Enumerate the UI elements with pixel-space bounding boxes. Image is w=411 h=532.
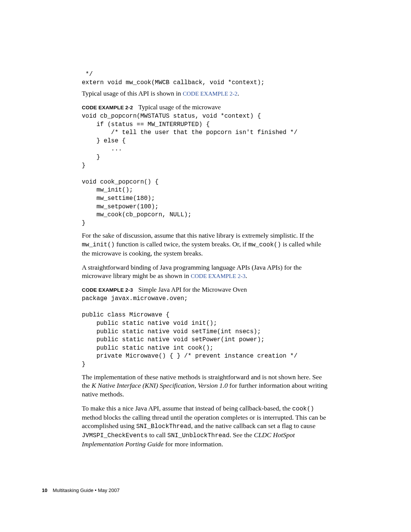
text: . bbox=[245, 272, 247, 280]
paragraph-implementation: The implementation of these native metho… bbox=[82, 373, 329, 399]
footer-title: Multitasking Guide • May 2007 bbox=[53, 487, 119, 493]
page-footer: 10Multitasking Guide • May 2007 bbox=[42, 487, 119, 493]
text: to call bbox=[148, 431, 167, 439]
code-example-2-3-header: CODE EXAMPLE 2-3Simple Java API for the … bbox=[82, 286, 329, 294]
text: , and the native callback can set a flag… bbox=[191, 422, 315, 430]
text: . See the bbox=[229, 431, 254, 439]
link-code-example-2-3[interactable]: CODE EXAMPLE 2-3 bbox=[191, 273, 245, 279]
paragraph-binding: A straightforward binding of Java progra… bbox=[82, 263, 329, 281]
inline-code-sni-block: SNI_BlockThread bbox=[136, 423, 191, 430]
page-content: */ extern void mw_cook(MWCB callback, vo… bbox=[82, 70, 329, 454]
code-block-top: */ extern void mw_cook(MWCB callback, vo… bbox=[82, 70, 329, 87]
example-label: CODE EXAMPLE 2-3 bbox=[82, 287, 133, 293]
paragraph-cook-api: To make this a nice Java API, assume tha… bbox=[82, 404, 329, 449]
code-example-2-2-header: CODE EXAMPLE 2-2Typical usage of the mic… bbox=[82, 103, 329, 112]
text: function is called twice, the system bre… bbox=[115, 240, 248, 248]
example-caption: Typical usage of the microwave bbox=[138, 104, 221, 111]
inline-code-mw-cook: mw_cook() bbox=[248, 241, 281, 248]
inline-code-sni-unblock: SNI_UnblockThread bbox=[167, 432, 229, 439]
italic-kni-spec: K Native Interface (KNI) Specification, … bbox=[92, 382, 228, 389]
code-block-example-2-2: void cb_popcorn(MWSTATUS status, void *c… bbox=[82, 112, 329, 227]
example-label: CODE EXAMPLE 2-2 bbox=[82, 105, 133, 110]
text: for more information. bbox=[164, 440, 223, 448]
page-number: 10 bbox=[42, 487, 47, 493]
paragraph-discussion: For the sake of discussion, assume that … bbox=[82, 231, 329, 257]
inline-code-jvmspi: JVMSPI_CheckEvents bbox=[82, 432, 148, 439]
text: For the sake of discussion, assume that … bbox=[82, 232, 314, 239]
text: Typical usage of this API is shown in bbox=[82, 89, 183, 97]
text: . bbox=[237, 89, 239, 97]
code-block-example-2-3: package javax.microwave.oven; public cla… bbox=[82, 295, 329, 369]
inline-code-cook: cook() bbox=[292, 406, 314, 412]
text: To make this a nice Java API, assume tha… bbox=[82, 404, 292, 412]
link-code-example-2-2[interactable]: CODE EXAMPLE 2-2 bbox=[183, 90, 237, 97]
inline-code-mw-init: mw_init() bbox=[82, 241, 115, 248]
example-caption: Simple Java API for the Microwave Oven bbox=[138, 286, 247, 293]
paragraph-intro: Typical usage of this API is shown in CO… bbox=[82, 89, 329, 98]
